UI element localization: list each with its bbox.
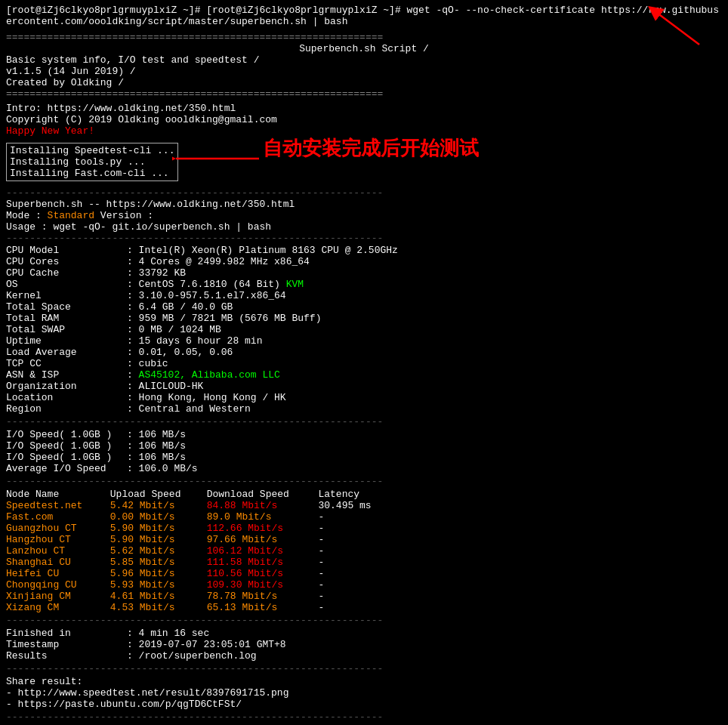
latency-6: - [318,568,324,579]
cpu-cache-row: CPU Cache : 33792 KB [6,267,722,279]
io-key-1: I/O Speed( 1.0GB ) [6,440,127,452]
latency-7: - [318,579,324,591]
speed-row-3: Hangzhou CT 5.90 Mbit/s 97.66 Mbit/s - [6,534,722,545]
load-avg-val: : 0.01, 0.05, 0.06 [127,347,233,358]
total-swap-val: : 0 MB / 1024 MB [127,324,221,335]
total-swap-key: Total SWAP [6,324,127,335]
cpu-model-row: CPU Model : Intel(R) Xeon(R) Platinum 81… [6,245,722,256]
location-row: Location : Hong Kong, Hong Kong / HK [6,392,722,403]
total-ram-key: Total RAM [6,313,127,324]
io-val-1: : 106 MB/s [127,440,186,452]
io-row-2: I/O Speed( 1.0GB ) : 106 MB/s [6,452,722,463]
banner-line2: v1.1.5 (14 Jun 2019) / [6,66,722,77]
region-val: : Central and Western [127,403,251,415]
os-row: OS : CentOS 7.6.1810 (64 Bit) KVM [6,279,722,290]
speed-row-2: Guangzhou CT 5.90 Mbit/s 112.66 Mbit/s - [6,523,722,534]
node-name-5: Shanghai CU [6,557,104,568]
tcp-cc-val: : cubic [127,358,168,369]
kernel-key: Kernel [6,290,127,301]
load-avg-key: Load Average [6,347,127,358]
mode-label: Mode : [6,210,48,221]
region-row: Region : Central and Western [6,403,722,415]
left-arrow [172,147,263,170]
col-download: Download Speed [207,489,313,500]
section-divider-6: ----------------------------------------… [6,663,722,674]
asn-val: : AS45102, Alibaba.com LLC [127,369,280,381]
section-divider-4: ----------------------------------------… [6,476,722,487]
download-8: 78.78 Mbit/s [207,591,313,602]
node-name-6: Heifei CU [6,568,104,579]
upload-5: 5.85 Mbit/s [110,557,201,568]
upload-6: 5.96 Mbit/s [110,568,201,579]
finished-row: Finished in : 4 min 16 sec [6,628,722,639]
upload-0: 5.42 Mbit/s [110,500,201,511]
share-section: Share result: - http://www.speedtest.net… [6,676,722,710]
node-name-0: Speedtest.net [6,500,104,511]
speed-row-4: Lanzhou CT 5.62 Mbit/s 106.12 Mbit/s - [6,545,722,557]
tcp-cc-key: TCP CC [6,358,127,369]
total-space-row: Total Space : 6.4 GB / 40.0 GB [6,301,722,313]
org-row: Organization : ALICLOUD-HK [6,381,722,392]
cpu-cores-key: CPU Cores [6,256,127,267]
download-2: 112.66 Mbit/s [207,523,313,534]
uptime-key: Uptime [6,335,127,347]
total-ram-row: Total RAM : 959 MB / 7821 MB (5676 MB Bu… [6,313,722,324]
speed-row-5: Shanghai CU 5.85 Mbit/s 111.58 Mbit/s - [6,557,722,568]
sysinfo-section: CPU Model : Intel(R) Xeon(R) Platinum 81… [6,245,722,415]
io-row-0: I/O Speed( 1.0GB ) : 106 MB/s [6,429,722,440]
download-1: 89.0 Mbit/s [207,511,313,523]
results-row: Results : /root/superbench.log [6,650,722,662]
total-space-key: Total Space [6,301,127,313]
latency-1: - [318,511,324,523]
timestamp-val: : 2019-07-07 23:05:01 GMT+8 [127,639,286,650]
location-val: : Hong Kong, Hong Kong / HK [127,392,286,403]
latency-2: - [318,523,324,534]
finished-section: Finished in : 4 min 16 sec Timestamp : 2… [6,628,722,662]
node-name-1: Fast.com [6,511,104,523]
download-7: 109.30 Mbit/s [207,579,313,591]
speed-row-1: Fast.com 0.00 Mbit/s 89.0 Mbit/s - [6,511,722,523]
org-key: Organization [6,381,127,392]
load-avg-row: Load Average : 0.01, 0.05, 0.06 [6,347,722,358]
share-link1: - http://www.speedtest.net/result/839769… [6,687,722,699]
node-name-3: Hangzhou CT [6,534,104,545]
latency-4: - [318,545,324,557]
region-key: Region [6,403,127,415]
io-val-0: : 106 MB/s [127,429,186,440]
install-line-0: Installing Speedtest-cli ... [10,145,174,156]
io-row-1: I/O Speed( 1.0GB ) : 106 MB/s [6,440,722,452]
node-name-4: Lanzhou CT [6,545,104,557]
share-label: Share result: [6,676,722,687]
io-section: I/O Speed( 1.0GB ) : 106 MB/s I/O Speed(… [6,429,722,474]
install-line-2: Installing Fast.com-cli ... [10,168,174,179]
asn-row: ASN & ISP : AS45102, Alibaba.com LLC [6,369,722,381]
timestamp-row: Timestamp : 2019-07-07 23:05:01 GMT+8 [6,639,722,650]
section-divider-5: ----------------------------------------… [6,615,722,626]
latency-8: - [318,591,324,602]
banner-line1: Basic system info, I/O test and speedtes… [6,54,722,66]
install-line-1: Installing tools.py ... [10,156,174,168]
node-name-8: Xinjiang CM [6,591,104,602]
cpu-model-key: CPU Model [6,245,127,256]
uptime-row: Uptime : 15 days 6 hour 28 min [6,335,722,347]
upload-8: 4.61 Mbit/s [110,591,201,602]
download-6: 110.56 Mbit/s [207,568,313,579]
latency-5: - [318,557,324,568]
total-ram-val: : 959 MB / 7821 MB (5676 MB Buff) [127,313,321,324]
section-divider-1: ----------------------------------------… [6,187,722,199]
intro-line1: Intro: https://www.oldking.net/350.html [6,103,722,114]
upload-9: 4.53 Mbit/s [110,602,201,613]
col-node: Node Name [6,489,104,500]
kernel-val: : 3.10.0-957.5.1.el7.x86_64 [127,290,286,301]
download-4: 106.12 Mbit/s [207,545,313,557]
intro-line2: Copyright (C) 2019 Oldking oooldking@gma… [6,114,722,125]
upload-3: 5.90 Mbit/s [110,534,201,545]
speed-row-7: Chongqing CU 5.93 Mbit/s 109.30 Mbit/s - [6,579,722,591]
download-3: 97.66 Mbit/s [207,534,313,545]
results-val: : /root/superbench.log [127,650,257,662]
total-swap-row: Total SWAP : 0 MB / 1024 MB [6,324,722,335]
finished-val: : 4 min 16 sec [127,628,209,639]
upload-4: 5.62 Mbit/s [110,545,201,557]
speed-row-6: Heifei CU 5.96 Mbit/s 110.56 Mbit/s - [6,568,722,579]
top-arrow [563,3,714,48]
